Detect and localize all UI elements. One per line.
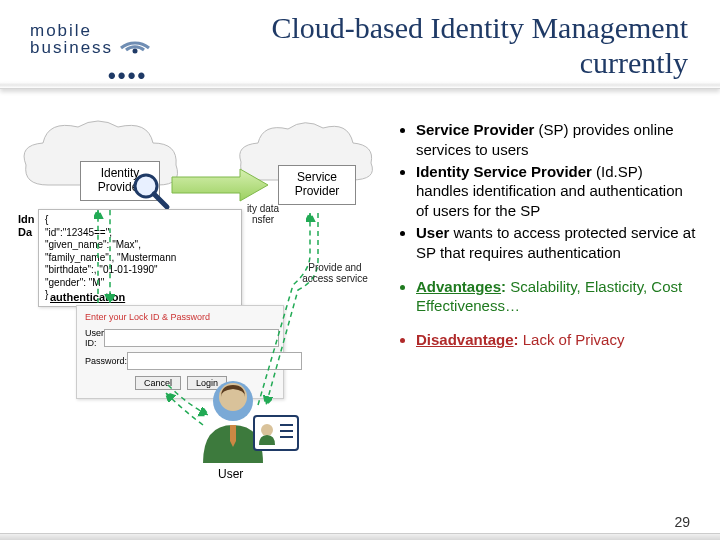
page-number: 29 bbox=[674, 514, 690, 530]
id-badge-icon bbox=[253, 415, 299, 451]
bullet-idsp: Identity Service Provider (Id.SP) handle… bbox=[416, 162, 698, 221]
bullet-user: User wants to access protected service a… bbox=[416, 223, 698, 263]
logo-dots: • • • • bbox=[108, 63, 143, 89]
disadvantage-text: Lack of Privacy bbox=[523, 331, 625, 348]
body-text: Service Provider (SP) provides online se… bbox=[398, 120, 698, 364]
svg-point-0 bbox=[133, 49, 138, 54]
bullet-disadvantage: Disadvantage: Lack of Privacy bbox=[416, 330, 698, 350]
term-sp: Service Provider bbox=[416, 121, 534, 138]
logo-line1: mobile bbox=[30, 22, 113, 39]
bullet-sp: Service Provider (SP) provides online se… bbox=[416, 120, 698, 160]
arrow-label-right: Provide and access service bbox=[298, 262, 372, 284]
logo: mobile business • • • • bbox=[30, 22, 153, 56]
term-idsp: Identity Service Provider bbox=[416, 163, 592, 180]
disadvantage-label: Disadvantage bbox=[416, 331, 514, 348]
logo-line2: business bbox=[30, 39, 113, 56]
slide-title: Cloud-based Identity Management currentl… bbox=[168, 10, 688, 81]
rest-user: wants to access protected service at SP … bbox=[416, 224, 695, 261]
bullet-advantages: Advantages: Scalability, Elasticity, Cos… bbox=[416, 277, 698, 317]
term-user: User bbox=[416, 224, 449, 241]
advantages-label: Advantages bbox=[416, 278, 501, 295]
wifi-icon bbox=[119, 24, 153, 54]
diagram: Identity Provider Service Provider ity d… bbox=[18, 105, 388, 485]
svg-point-6 bbox=[261, 424, 273, 436]
rest-idsp: handles identification and authenticatio… bbox=[416, 182, 683, 219]
abbrev-idsp: (Id.SP) bbox=[596, 163, 643, 180]
user-label: User bbox=[218, 467, 243, 481]
footer-bar bbox=[0, 533, 720, 540]
abbrev-sp: (SP) bbox=[539, 121, 569, 138]
